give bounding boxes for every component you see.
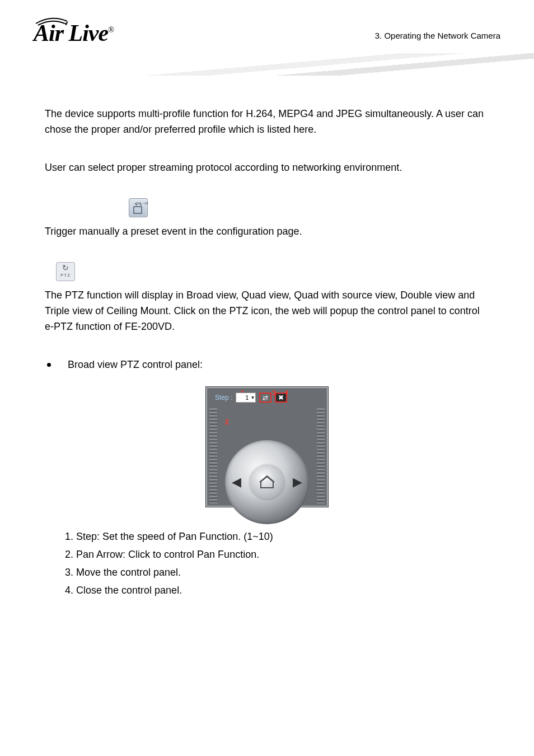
page-header: Air Live® 3. Operating the Network Camer… <box>0 0 534 73</box>
protocol-paragraph: User can select proper streaming protoco… <box>45 160 489 176</box>
svg-rect-0 <box>134 207 142 213</box>
close-panel-button[interactable]: ✖ <box>275 393 287 403</box>
bullet-dot-icon <box>47 363 51 367</box>
trigger-icon-row: 400→200 <box>45 198 489 217</box>
pan-dial: ◀ ▶ <box>225 440 309 524</box>
step-value: 1 <box>243 394 249 401</box>
brand-text: Air Live <box>34 20 108 46</box>
ptz-icon[interactable] <box>56 262 75 281</box>
ptz-icon-row <box>45 262 489 282</box>
move-icon: ⇄ <box>263 393 268 403</box>
home-icon <box>259 475 275 489</box>
pan-left-arrow-icon[interactable]: ◀ <box>232 473 241 492</box>
ptz-control-panel: 1 3 4 2 Step : 1 ⇄ ✖ ◀ ▶ <box>205 386 329 507</box>
panel-rib-right <box>317 408 325 503</box>
step-select[interactable]: 1 <box>236 393 256 403</box>
legend-item-4: 4. Close the control panel. <box>65 583 489 599</box>
breadcrumb: 3. Operating the Network Camera <box>375 31 500 40</box>
callout-marker-2: 2 <box>225 417 229 428</box>
pan-home-button[interactable] <box>250 465 284 499</box>
panel-rib-left <box>209 408 217 503</box>
step-label: Step : <box>215 393 232 403</box>
trigger-paragraph: Trigger manually a preset event in the c… <box>45 224 489 240</box>
ptz-desc-paragraph: The PTZ function will display in Broad v… <box>45 288 489 335</box>
close-icon: ✖ <box>278 393 284 403</box>
page-content: The device supports multi-profile functi… <box>0 73 534 598</box>
header-divider <box>140 53 534 76</box>
legend-list: 1. Step: Set the speed of Pan Function. … <box>45 529 489 599</box>
ptz-top-bar: Step : 1 ⇄ ✖ <box>215 393 287 403</box>
profile-paragraph: The device supports multi-profile functi… <box>45 106 489 138</box>
pan-right-arrow-icon[interactable]: ▶ <box>293 473 302 492</box>
trigger-event-icon[interactable]: 400→200 <box>129 198 148 217</box>
svg-text:400→200: 400→200 <box>135 202 148 205</box>
brand-logo: Air Live® <box>34 20 114 46</box>
legend-item-1: 1. Step: Set the speed of Pan Function. … <box>65 529 489 545</box>
move-panel-button[interactable]: ⇄ <box>259 393 271 403</box>
legend-item-3: 3. Move the control panel. <box>65 565 489 581</box>
bullet-text: Broad view PTZ control panel: <box>68 357 203 373</box>
legend-item-2: 2. Pan Arrow: Click to control Pan Funct… <box>65 547 489 563</box>
registered-mark-icon: ® <box>108 26 114 34</box>
bullet-broad-view: Broad view PTZ control panel: <box>45 357 489 373</box>
ptz-panel-figure: 1 3 4 2 Step : 1 ⇄ ✖ ◀ ▶ <box>45 386 489 512</box>
